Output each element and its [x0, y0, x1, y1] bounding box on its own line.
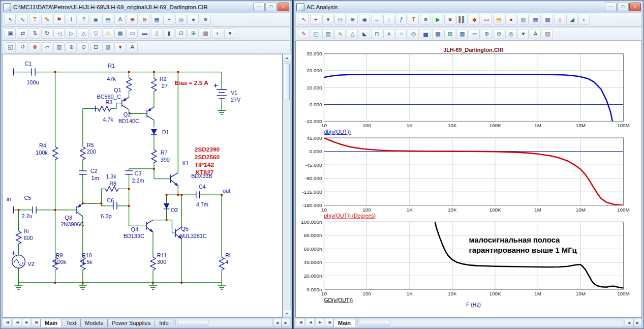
horizontal-grids-icon[interactable]: ▥ — [517, 15, 529, 25]
sawtooth-wave-icon[interactable]: ◣ — [359, 29, 370, 39]
scroll-up-button[interactable]: ▲ — [283, 54, 291, 62]
curve-ph(v(OUT)) (Degrees)[interactable] — [324, 138, 623, 205]
r11-value[interactable]: 300 — [157, 259, 166, 265]
text-mode-icon[interactable]: T — [408, 15, 419, 25]
previous-page-button[interactable]: ◀ — [12, 319, 21, 326]
tab-models[interactable]: Models — [80, 319, 107, 327]
point-tag-icon[interactable]: ◉ — [90, 15, 101, 25]
maximize-button[interactable]: □ — [617, 3, 629, 11]
color-menu-icon[interactable]: ◐ — [212, 28, 223, 39]
copy-graph-icon[interactable]: ▱ — [469, 29, 480, 39]
file-doc-icon[interactable]: ▤ — [102, 15, 113, 25]
r4-ref[interactable]: R4 — [39, 143, 46, 149]
info-mode-icon[interactable]: i — [66, 15, 77, 25]
vertical-scrollbar[interactable]: ▲ ▼ — [283, 54, 290, 318]
vertical-scroll-thumb[interactable] — [284, 64, 290, 100]
r3-value[interactable]: 4.7k — [103, 116, 113, 123]
r11-ref[interactable]: R11 — [157, 252, 167, 258]
delete-page-icon[interactable]: ▮ — [163, 28, 174, 39]
ri-value[interactable]: 600 — [23, 235, 33, 241]
3d-plot-icon[interactable]: ◢ — [566, 15, 577, 25]
rl-value[interactable]: 4 — [225, 259, 228, 265]
first-page-button[interactable]: |◀ — [3, 319, 12, 326]
r5-ref[interactable]: R5 — [87, 142, 94, 148]
plot-frame[interactable] — [324, 222, 623, 290]
shape-fill-icon[interactable]: ▩ — [200, 28, 211, 39]
animate-icon[interactable]: ◐ — [578, 15, 590, 25]
probe-mode-icon[interactable]: + — [310, 15, 321, 25]
edit-plot-icon[interactable]: ✎ — [298, 29, 309, 39]
alt-part-annotation[interactable]: KT827 — [196, 169, 214, 176]
zoom-fit-icon[interactable]: ⊡ — [175, 28, 187, 39]
r3-ref[interactable]: R3 — [105, 99, 112, 105]
r9-value[interactable]: 100k — [54, 259, 67, 265]
properties-icon[interactable]: ≡ — [420, 15, 431, 25]
zoom-out-icon[interactable]: ⊖ — [78, 42, 89, 52]
tab-power-supplies[interactable]: Power Supplies — [107, 319, 155, 327]
v1-value[interactable]: 27V — [231, 97, 241, 103]
previous-page-button[interactable]: ◀ — [305, 319, 315, 326]
alt-part-annotation[interactable]: 2SD2390 — [195, 146, 220, 153]
horizontal-scroll-track[interactable] — [175, 319, 272, 326]
paste-icon[interactable]: ▥ — [53, 42, 65, 52]
maximize-button[interactable]: □ — [265, 3, 277, 11]
align-bottom-icon[interactable]: ▽ — [90, 28, 101, 39]
c5-value[interactable]: 2.2u — [21, 213, 32, 219]
analysis-limits-icon[interactable]: ▭ — [481, 15, 492, 25]
q5-ref[interactable]: Q5 — [181, 226, 188, 232]
tab-text[interactable]: Text — [62, 319, 81, 327]
tab-info[interactable]: Info — [155, 319, 173, 327]
c6-ref[interactable]: C6 — [107, 197, 114, 203]
r4-value[interactable]: 100k — [36, 149, 48, 156]
next-page-button[interactable]: ▶ — [22, 319, 31, 326]
cursor-zoom-icon[interactable]: ◎ — [505, 29, 516, 39]
c4-ref[interactable]: C4 — [199, 184, 206, 190]
border-toggle-icon[interactable]: ▭ — [127, 28, 138, 39]
q5-model[interactable]: MJL3281C — [180, 233, 207, 239]
out-node-label[interactable]: out — [223, 188, 230, 194]
alt-part-annotation[interactable]: TIP142 — [195, 161, 214, 168]
cursor-mode-icon[interactable]: ⊕ — [347, 15, 358, 25]
layers-icon[interactable]: ▧ — [542, 29, 553, 39]
d2-ref[interactable]: D2 — [171, 207, 178, 213]
horizontal-scroll-track[interactable] — [357, 319, 624, 326]
next-page-button[interactable]: ▶ — [315, 319, 324, 326]
scroll-down-button[interactable]: ▼ — [283, 310, 291, 318]
c1-ref[interactable]: C1 — [24, 61, 32, 67]
ri-ref[interactable]: Ri — [23, 228, 28, 234]
r7-ref[interactable]: R7 — [161, 149, 168, 156]
font-icon[interactable]: A — [127, 42, 138, 52]
pages-icon[interactable]: ▯ — [554, 15, 565, 25]
q3-ref[interactable]: Q3 — [65, 215, 72, 221]
new-page-icon[interactable]: ▯ — [151, 28, 162, 39]
flip-horizontal-icon[interactable]: ⇄ — [17, 28, 28, 39]
panel-mode-icon[interactable]: ◰ — [310, 29, 321, 39]
horizontal-tag-icon[interactable]: ↔ — [371, 15, 382, 25]
attribute-text-icon[interactable]: A — [114, 15, 126, 25]
minor-grids-icon[interactable]: ▩ — [542, 15, 553, 25]
close-circuit-icon[interactable]: ⊗ — [29, 42, 40, 52]
scroll-left-button[interactable]: ◀ — [273, 319, 282, 327]
plot-pane-icon[interactable]: ▤ — [322, 29, 333, 39]
align-top-icon[interactable]: △ — [78, 28, 89, 39]
axis-menu-icon[interactable]: ▾ — [517, 29, 529, 39]
minimize-button[interactable]: — — [605, 3, 617, 11]
q4-ref[interactable]: Q4 — [131, 226, 138, 232]
c1-value[interactable]: 100u — [26, 79, 39, 85]
run-icon[interactable]: ▶ — [432, 15, 443, 25]
r2-ref[interactable]: R2 — [160, 76, 167, 82]
node-numbers-icon[interactable]: ⊕ — [127, 15, 138, 25]
vertical-grids-icon[interactable]: ▦ — [530, 15, 541, 25]
minimize-button[interactable]: — — [253, 3, 265, 11]
select-arrow-icon[interactable]: ↖ — [298, 15, 309, 25]
flip-vertical-icon[interactable]: ⇅ — [29, 28, 40, 39]
design-check-icon[interactable]: ⚠ — [102, 28, 113, 39]
align-right-icon[interactable]: ▷ — [66, 28, 77, 39]
scale-mode-icon[interactable]: ⊡ — [334, 15, 346, 25]
curve-db(v(OUT))[interactable] — [324, 75, 612, 123]
q2-model[interactable]: BD140C — [118, 118, 139, 124]
zoom-area-icon[interactable]: ⊡ — [90, 42, 101, 52]
refresh-icon[interactable]: ↺ — [17, 42, 28, 52]
pause-icon[interactable]: ▌▌ — [456, 15, 468, 25]
r1-ref[interactable]: R1 — [108, 63, 115, 69]
